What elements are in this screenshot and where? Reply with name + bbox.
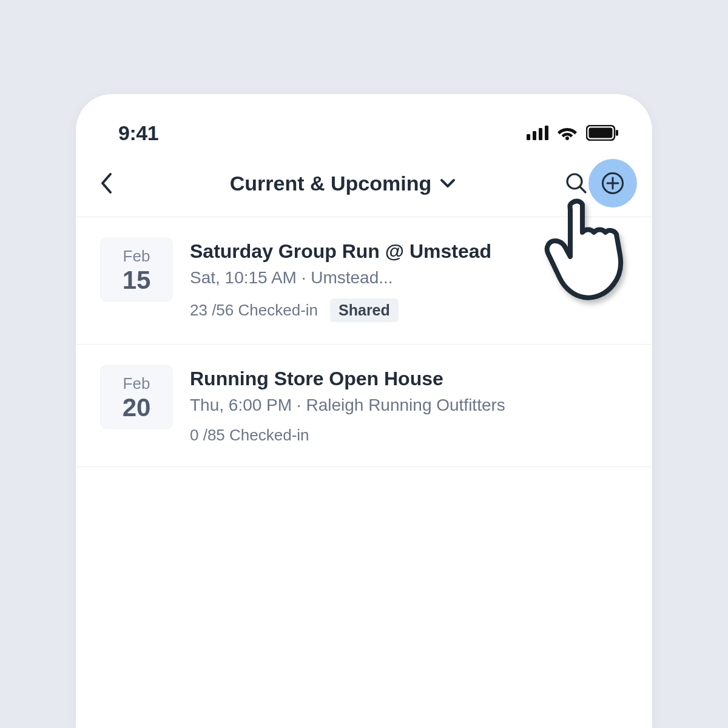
nav-title: Current & Upcoming <box>230 172 431 195</box>
svg-line-9 <box>580 187 585 192</box>
event-meta: 23 /56 Checked-in Shared <box>190 298 628 322</box>
wifi-icon <box>557 126 578 140</box>
event-info: Saturday Group Run @ Umstead Sat, 10:15 … <box>190 238 628 322</box>
cellular-icon <box>527 126 548 140</box>
svg-rect-7 <box>616 130 618 136</box>
event-subtitle: Thu, 6:00 PM · Raleigh Running Outfitter… <box>190 396 628 415</box>
event-list: Feb 15 Saturday Group Run @ Umstead Sat,… <box>76 217 652 467</box>
battery-icon <box>586 125 619 141</box>
plus-circle-icon <box>601 172 624 195</box>
nav-bar: Current & Upcoming <box>76 155 652 217</box>
title-dropdown[interactable]: Current & Upcoming <box>130 172 555 195</box>
event-title: Running Store Open House <box>190 366 628 391</box>
event-month: Feb <box>101 247 172 266</box>
date-badge: Feb 20 <box>100 365 173 429</box>
shared-badge: Shared <box>330 298 399 322</box>
back-button[interactable] <box>100 172 124 194</box>
search-button[interactable] <box>561 168 592 198</box>
checkin-count: 23 /56 Checked-in <box>190 301 318 320</box>
event-row[interactable]: Feb 15 Saturday Group Run @ Umstead Sat,… <box>76 217 652 345</box>
chevron-left-icon <box>100 172 112 194</box>
phone-frame: 9:41 <box>76 94 652 728</box>
chevron-down-icon <box>440 178 456 188</box>
checkin-count: 0 /85 Checked-in <box>190 426 309 445</box>
event-row[interactable]: Feb 20 Running Store Open House Thu, 6:0… <box>76 345 652 467</box>
svg-rect-6 <box>589 128 613 138</box>
event-meta: 0 /85 Checked-in <box>190 426 628 445</box>
add-button[interactable] <box>598 168 628 198</box>
status-indicators <box>527 125 619 141</box>
event-subtitle: Sat, 10:15 AM · Umstead... <box>190 268 628 288</box>
event-info: Running Store Open House Thu, 6:00 PM · … <box>190 365 628 445</box>
svg-rect-3 <box>545 126 548 140</box>
event-title: Saturday Group Run @ Umstead <box>190 239 628 263</box>
status-time: 9:41 <box>118 121 158 145</box>
svg-rect-1 <box>533 131 536 140</box>
event-day: 15 <box>101 267 172 294</box>
search-icon <box>565 172 587 194</box>
svg-rect-2 <box>539 128 542 140</box>
svg-point-4 <box>565 136 569 140</box>
event-month: Feb <box>101 374 172 393</box>
date-badge: Feb 15 <box>100 238 173 302</box>
event-day: 20 <box>101 394 172 421</box>
status-bar: 9:41 <box>76 94 652 155</box>
svg-rect-0 <box>527 134 530 140</box>
